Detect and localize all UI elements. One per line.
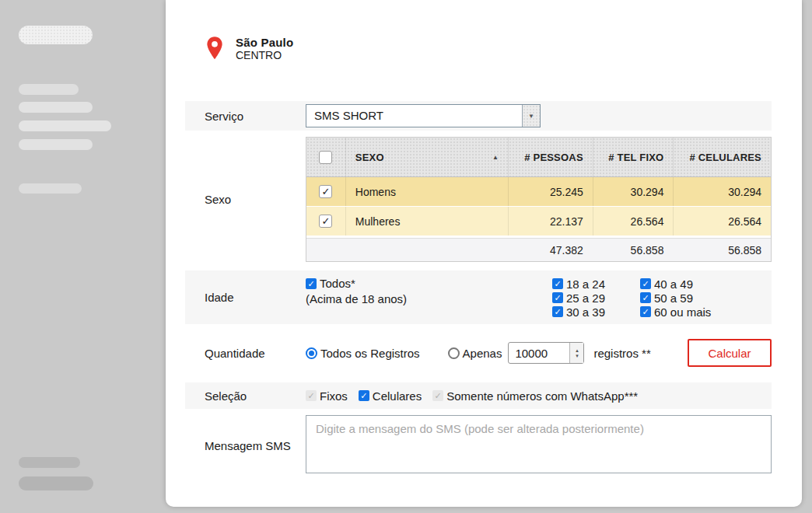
celulares-label: Celulares: [373, 389, 422, 403]
whatsapp-label: Somente números com WhatsApp***: [446, 389, 638, 403]
apenas-radio[interactable]: [448, 347, 460, 359]
idade-range-label: 60 ou mais: [654, 305, 711, 319]
registros-label: registros **: [593, 347, 650, 360]
table-header-row: SEXO ▲ # PESSOAS # TEL FIXO # CELULARES: [306, 138, 771, 177]
column-header-sexo[interactable]: SEXO: [355, 152, 384, 163]
skeleton-pill: [19, 120, 111, 131]
row-checkbox[interactable]: [319, 215, 332, 228]
location-city: São Paulo: [236, 36, 293, 49]
todos-registros-radio[interactable]: [306, 347, 317, 359]
quantidade-section: Quantidade Todos os Registros Apenas ▴▾ …: [185, 337, 772, 368]
servico-selected-value: SMS SHORT: [306, 105, 522, 127]
cell-sexo: Mulheres: [345, 207, 508, 236]
cell-celulares: 26.564: [673, 207, 771, 236]
skeleton-pill: [19, 84, 79, 95]
celulares-checkbox[interactable]: [359, 390, 369, 401]
idade-range-label: 18 a 24: [566, 277, 605, 291]
servico-row: Serviço SMS SHORT ▼: [185, 101, 772, 131]
app-background: São Paulo CENTRO Serviço SMS SHORT ▼ Sex…: [0, 0, 812, 513]
table-row[interactable]: Homens 25.245 30.294 30.294: [306, 177, 771, 206]
table-row[interactable]: Mulheres 22.137 26.564 26.564: [306, 206, 771, 236]
column-header-tel-fixo[interactable]: # TEL FIXO: [593, 138, 674, 176]
idade-todos-checkbox[interactable]: [306, 278, 317, 289]
sexo-label: Sexo: [185, 193, 306, 206]
main-panel: São Paulo CENTRO Serviço SMS SHORT ▼ Sex…: [166, 0, 802, 507]
select-all-checkbox[interactable]: [319, 151, 332, 164]
cell-tel-fixo: 30.294: [593, 177, 674, 206]
sidebar-skeleton: [0, 0, 166, 513]
cell-sexo: Homens: [345, 177, 508, 206]
total-celulares: 56.858: [673, 239, 771, 261]
selecao-section: Seleção Fixos Celulares Somente números …: [185, 382, 772, 409]
idade-range-checkbox[interactable]: [640, 278, 651, 289]
servico-label: Serviço: [185, 110, 306, 123]
idade-range-checkbox[interactable]: [640, 306, 651, 317]
cell-tel-fixo: 26.564: [593, 207, 674, 236]
table-totals-row: 47.382 56.858 56.858: [306, 238, 771, 261]
idade-section: Idade Todos* (Acima de 18 anos) 18 a 24 …: [185, 270, 772, 324]
column-header-celulares[interactable]: # CELULARES: [673, 138, 771, 176]
idade-range-label: 25 a 29: [566, 291, 605, 305]
column-header-pessoas[interactable]: # PESSOAS: [508, 138, 593, 176]
fixos-checkbox: [306, 390, 317, 401]
chevron-down-icon[interactable]: ▼: [522, 105, 540, 127]
idade-note: (Acima de 18 anos): [306, 292, 552, 305]
location-header: São Paulo CENTRO: [206, 36, 802, 62]
mensagem-section: Mensagem SMS: [185, 415, 772, 476]
quantidade-label: Quantidade: [185, 347, 306, 360]
location-pin-icon: [206, 36, 223, 61]
apenas-label: Apenas: [463, 347, 502, 360]
idade-range-checkbox[interactable]: [552, 278, 563, 289]
todos-registros-label: Todos os Registros: [320, 347, 420, 360]
idade-range-checkbox[interactable]: [552, 292, 563, 303]
total-pessoas: 47.382: [508, 239, 593, 261]
fixos-label: Fixos: [320, 389, 348, 403]
skeleton-pill: [19, 26, 93, 44]
calcular-button[interactable]: Calcular: [688, 339, 772, 367]
idade-range-checkbox[interactable]: [640, 292, 651, 303]
skeleton-pill: [19, 457, 80, 468]
quantity-field: ▴▾: [508, 342, 584, 364]
idade-range-label: 40 a 49: [654, 277, 693, 291]
idade-todos-label: Todos*: [320, 277, 355, 290]
selecao-label: Seleção: [185, 389, 306, 403]
row-checkbox[interactable]: [319, 185, 332, 198]
sexo-section: Sexo SEXO ▲ # PESSOAS # TEL FIXO # CELUL…: [185, 137, 772, 262]
skeleton-pill: [19, 476, 93, 490]
idade-range-label: 30 a 39: [566, 305, 605, 319]
mensagem-label: Mensagem SMS: [185, 439, 306, 452]
idade-range-checkbox[interactable]: [552, 306, 563, 317]
total-tel-fixo: 56.858: [593, 239, 674, 261]
servico-select[interactable]: SMS SHORT ▼: [306, 104, 541, 127]
quantity-input[interactable]: [509, 343, 569, 363]
skeleton-pill: [19, 183, 82, 194]
mensagem-textarea[interactable]: [306, 415, 772, 473]
skeleton-pill: [19, 102, 93, 113]
sexo-table: SEXO ▲ # PESSOAS # TEL FIXO # CELULARES …: [306, 137, 772, 262]
cell-pessoas: 22.137: [508, 207, 593, 236]
skeleton-pill: [19, 139, 93, 150]
idade-range-label: 50 a 59: [654, 291, 693, 305]
idade-label: Idade: [185, 270, 306, 324]
whatsapp-checkbox: [432, 390, 443, 401]
spinner-arrows-icon[interactable]: ▴▾: [569, 343, 583, 363]
cell-celulares: 30.294: [673, 177, 771, 206]
sort-asc-icon[interactable]: ▲: [492, 154, 499, 161]
cell-pessoas: 25.245: [508, 177, 593, 206]
location-district: CENTRO: [236, 49, 293, 62]
